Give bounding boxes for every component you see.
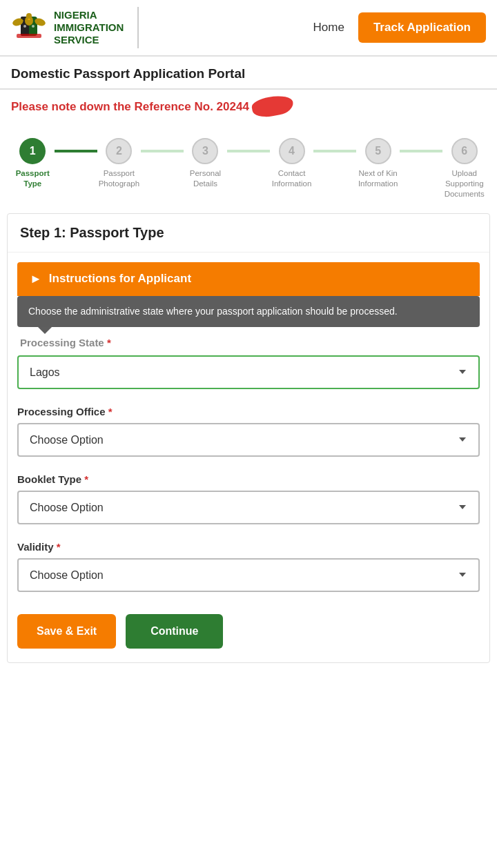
nigeria-crest-icon <box>11 10 47 46</box>
play-icon: ► <box>30 272 42 286</box>
reference-note: Please note down the Reference No. 20244 <box>0 90 497 126</box>
connector-2-3 <box>141 150 184 152</box>
step-circle-2: 2 <box>106 138 132 164</box>
card-header: Step 1: Passport Type <box>8 214 489 253</box>
step-label-5: Next of KinInformation <box>358 168 398 189</box>
connector-1-2 <box>55 150 98 152</box>
processing-state-hidden-label: Processing State <box>20 337 104 348</box>
tooltip-arrow <box>38 327 52 334</box>
home-link[interactable]: Home <box>313 21 344 34</box>
redacted-mark <box>251 93 295 119</box>
processing-office-label: Processing Office * <box>17 406 480 417</box>
step-5[interactable]: 5 Next of KinInformation <box>356 138 400 189</box>
instructions-label: Instructions for Applicant <box>49 272 191 286</box>
step-circle-1: 1 <box>19 138 46 164</box>
tooltip-text: Choose the administrative state where yo… <box>28 306 398 317</box>
validity-select[interactable]: Choose Option 5 years 10 years <box>17 558 480 592</box>
save-exit-button[interactable]: Save & Exit <box>17 614 116 649</box>
step-label-1: PassportType <box>16 168 50 189</box>
logo-line2: IMMIGRATION <box>54 21 124 34</box>
nav: Home Track Application <box>313 12 486 43</box>
processing-state-group: Lagos Abuja Kano Rivers <box>8 353 489 399</box>
step-6[interactable]: 6 UploadSupportingDocuments <box>442 138 486 199</box>
svg-point-5 <box>26 13 32 19</box>
processing-state-select[interactable]: Lagos Abuja Kano Rivers <box>17 355 480 389</box>
step-2[interactable]: 2 PassportPhotograph <box>97 138 141 189</box>
step-circle-6: 6 <box>451 138 478 164</box>
step-4[interactable]: 4 ContactInformation <box>270 138 313 189</box>
connector-5-6 <box>400 150 443 152</box>
page-title: Domestic Passport Application Portal <box>0 57 497 90</box>
svg-point-8 <box>23 25 26 28</box>
step-3[interactable]: 3 PersonalDetails <box>184 138 227 189</box>
step-label-4: ContactInformation <box>272 168 312 189</box>
processing-office-required: * <box>108 406 113 417</box>
instructions-banner[interactable]: ► Instructions for Applicant <box>17 262 480 296</box>
validity-group: Validity * Choose Option 5 years 10 year… <box>8 534 489 602</box>
processing-state-required: * <box>107 337 111 348</box>
tooltip-box: Choose the administrative state where yo… <box>17 296 480 327</box>
step-1[interactable]: 1 PassportType <box>11 138 55 189</box>
booklet-type-required: * <box>84 473 88 485</box>
reference-text: Please note down the Reference No. 20244 <box>11 98 293 117</box>
svg-point-9 <box>32 25 35 28</box>
validity-required: * <box>57 541 61 553</box>
connector-4-5 <box>313 150 357 152</box>
step-circle-5: 5 <box>365 138 391 164</box>
header-divider <box>137 7 139 48</box>
booklet-type-group: Booklet Type * Choose Option 32 pages 64… <box>8 466 489 534</box>
step-label-6: UploadSupportingDocuments <box>445 168 485 199</box>
connector-3-4 <box>227 150 271 152</box>
header: NIGERIA IMMIGRATION SERVICE Home Track A… <box>0 0 497 57</box>
main-card: Step 1: Passport Type ► Instructions for… <box>7 213 490 663</box>
booklet-type-select[interactable]: Choose Option 32 pages 64 pages <box>17 491 480 524</box>
step-label-2: PassportPhotograph <box>99 168 139 189</box>
logo-text: NIGERIA IMMIGRATION SERVICE <box>54 9 124 46</box>
processing-state-label-area: Processing State * <box>8 327 489 353</box>
action-buttons: Save & Exit Continue <box>8 602 489 662</box>
validity-label: Validity * <box>17 541 480 553</box>
step-circle-3: 3 <box>192 138 218 164</box>
steps-row: 1 PassportType 2 PassportPhotograph 3 Pe… <box>11 138 486 199</box>
progress-steps: 1 PassportType 2 PassportPhotograph 3 Pe… <box>0 126 497 206</box>
step-circle-4: 4 <box>279 138 305 164</box>
processing-office-select[interactable]: Choose Option Victoria Island Ikoyi <box>17 423 480 457</box>
step-label-3: PersonalDetails <box>190 168 221 189</box>
processing-office-group: Processing Office * Choose Option Victor… <box>8 399 489 466</box>
track-application-button[interactable]: Track Application <box>358 12 486 43</box>
svg-rect-7 <box>17 34 41 38</box>
logo-line1: NIGERIA <box>54 9 124 21</box>
continue-button[interactable]: Continue <box>126 614 223 649</box>
logo-area: NIGERIA IMMIGRATION SERVICE <box>11 7 146 48</box>
booklet-type-label: Booklet Type * <box>17 473 480 485</box>
logo-line3: SERVICE <box>54 34 124 46</box>
